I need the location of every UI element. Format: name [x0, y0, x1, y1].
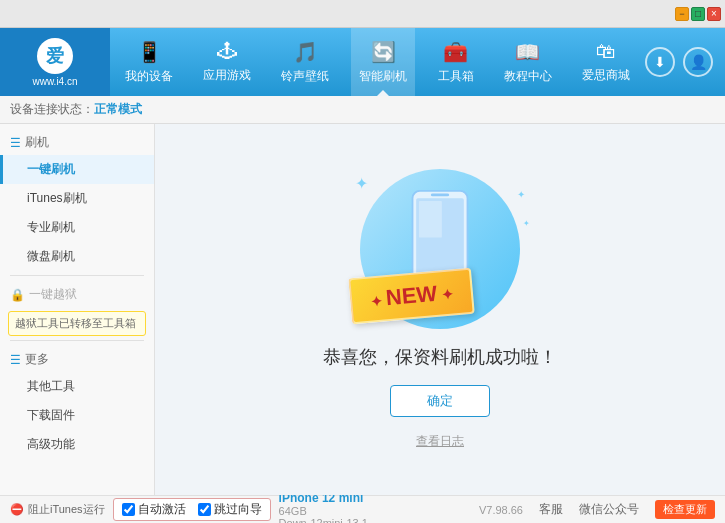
- jailbreak-section-label: 一键越狱: [29, 286, 77, 303]
- apps-games-label: 应用游戏: [203, 67, 251, 84]
- auto-restart-input[interactable]: [122, 503, 135, 516]
- ringtones-icon: 🎵: [293, 40, 318, 64]
- itunes-status-icon: ⛔: [10, 503, 24, 516]
- device-storage: 64GB: [279, 505, 368, 517]
- sidebar: ☰ 刷机 一键刷机 iTunes刷机 专业刷机 微盘刷机 🔒 一键越狱 越狱工具…: [0, 124, 155, 495]
- account-button[interactable]: 👤: [683, 47, 713, 77]
- confirm-button[interactable]: 确定: [390, 385, 490, 417]
- svg-rect-4: [419, 201, 442, 238]
- window-controls: － □ ×: [675, 7, 721, 21]
- my-device-label: 我的设备: [125, 68, 173, 85]
- sparkle-3: ✦: [523, 219, 530, 228]
- customer-service-link[interactable]: 客服: [539, 501, 563, 518]
- itunes-status-label: 阻止iTunes运行: [28, 502, 105, 517]
- close-button[interactable]: ×: [707, 7, 721, 21]
- store-icon: 🛍: [596, 40, 616, 63]
- footer-right: V7.98.66 客服 微信公众号 检查更新: [479, 500, 715, 519]
- other-tools-label: 其他工具: [27, 379, 75, 393]
- toolbox-label: 工具箱: [438, 68, 474, 85]
- nav-smart-flash[interactable]: 🔄 智能刷机: [351, 28, 415, 96]
- jailbreak-notice: 越狱工具已转移至工具箱: [8, 311, 146, 336]
- smart-flash-label: 智能刷机: [359, 68, 407, 85]
- sidebar-divider-1: [10, 275, 144, 276]
- pro-flash-label: 专业刷机: [27, 220, 75, 234]
- status-value: 正常模式: [94, 101, 142, 118]
- sidebar-item-other-tools[interactable]: 其他工具: [0, 372, 154, 401]
- tutorial-icon: 📖: [515, 40, 540, 64]
- logo-url: www.i4.cn: [32, 76, 77, 87]
- advanced-label: 高级功能: [27, 437, 75, 451]
- nav-apps-games[interactable]: 🕹 应用游戏: [195, 28, 259, 96]
- itunes-status[interactable]: ⛔ 阻止iTunes运行: [10, 502, 105, 517]
- sidebar-flash-header: ☰ 刷机: [0, 128, 154, 155]
- footer: ⛔ 阻止iTunes运行 自动激活 跳过向导 iPhone 12 mini 64…: [0, 495, 725, 523]
- nav-ringtones[interactable]: 🎵 铃声壁纸: [273, 28, 337, 96]
- sparkle-1: ✦: [355, 174, 368, 193]
- more-section-label: 更多: [25, 351, 49, 368]
- nav-toolbox[interactable]: 🧰 工具箱: [430, 28, 482, 96]
- maximize-button[interactable]: □: [691, 7, 705, 21]
- sidebar-jailbreak-header: 🔒 一键越狱: [0, 280, 154, 307]
- sidebar-item-advanced[interactable]: 高级功能: [0, 430, 154, 459]
- auto-restart-label: 自动激活: [138, 501, 186, 518]
- download-button[interactable]: ⬇: [645, 47, 675, 77]
- sidebar-item-pro-flash[interactable]: 专业刷机: [0, 213, 154, 242]
- status-prefix: 设备连接状态：: [10, 101, 94, 118]
- sidebar-item-one-click-flash[interactable]: 一键刷机: [0, 155, 154, 184]
- footer-left: ⛔ 阻止iTunes运行 自动激活 跳过向导 iPhone 12 mini 64…: [10, 491, 368, 524]
- view-log-link[interactable]: 查看日志: [416, 433, 464, 450]
- ringtones-label: 铃声壁纸: [281, 68, 329, 85]
- sidebar-divider-2: [10, 340, 144, 341]
- download-firmware-label: 下载固件: [27, 408, 75, 422]
- wechat-link[interactable]: 微信公众号: [579, 501, 639, 518]
- success-illustration: ✦ ✦ ✦ NEW 恭喜您，保资料刷机成功啦！ 确定 查看日志: [323, 169, 557, 450]
- skip-guide-input[interactable]: [198, 503, 211, 516]
- sidebar-more-header: ☰ 更多: [0, 345, 154, 372]
- content-area: ✦ ✦ ✦ NEW 恭喜您，保资料刷机成功啦！ 确定 查看日志: [155, 124, 725, 495]
- sidebar-item-itunes-flash[interactable]: iTunes刷机: [0, 184, 154, 213]
- tutorial-label: 教程中心: [504, 68, 552, 85]
- disk-flash-label: 微盘刷机: [27, 249, 75, 263]
- skip-guide-checkbox[interactable]: 跳过向导: [198, 501, 262, 518]
- my-device-icon: 📱: [137, 40, 162, 64]
- itunes-flash-label: iTunes刷机: [27, 191, 87, 205]
- minimize-button[interactable]: －: [675, 7, 689, 21]
- footer-device: iPhone 12 mini 64GB Down-12mini-13.1: [279, 491, 368, 524]
- nav-right-controls: ⬇ 👤: [645, 47, 725, 77]
- nav-tutorial[interactable]: 📖 教程中心: [496, 28, 560, 96]
- sidebar-item-download-firmware[interactable]: 下载固件: [0, 401, 154, 430]
- more-section-icon: ☰: [10, 353, 21, 367]
- skip-guide-label: 跳过向导: [214, 501, 262, 518]
- svg-rect-3: [431, 194, 449, 197]
- title-bar: － □ ×: [0, 0, 725, 28]
- version-text: V7.98.66: [479, 504, 523, 516]
- top-nav: 爱 www.i4.cn 📱 我的设备 🕹 应用游戏 🎵 铃声壁纸 🔄 智能刷机 …: [0, 28, 725, 96]
- sparkle-2: ✦: [517, 189, 525, 200]
- flash-section-label: 刷机: [25, 134, 49, 151]
- main-layout: ☰ 刷机 一键刷机 iTunes刷机 专业刷机 微盘刷机 🔒 一键越狱 越狱工具…: [0, 124, 725, 495]
- flash-section-icon: ☰: [10, 136, 21, 150]
- toolbox-icon: 🧰: [443, 40, 468, 64]
- nav-my-device[interactable]: 📱 我的设备: [117, 28, 181, 96]
- success-message: 恭喜您，保资料刷机成功啦！: [323, 345, 557, 369]
- checkbox-group: 自动激活 跳过向导: [113, 498, 271, 521]
- check-update-button[interactable]: 检查更新: [655, 500, 715, 519]
- store-label: 爱思商城: [582, 67, 630, 84]
- logo-icon: 爱: [37, 38, 73, 74]
- apps-games-icon: 🕹: [217, 40, 237, 63]
- nav-items: 📱 我的设备 🕹 应用游戏 🎵 铃声壁纸 🔄 智能刷机 🧰 工具箱 📖 教程中心…: [110, 28, 645, 96]
- one-click-flash-label: 一键刷机: [27, 162, 75, 176]
- smart-flash-icon: 🔄: [371, 40, 396, 64]
- auto-restart-checkbox[interactable]: 自动激活: [122, 501, 186, 518]
- phone-badge-container: ✦ ✦ ✦ NEW: [350, 169, 530, 329]
- status-bar: 设备连接状态： 正常模式: [0, 96, 725, 124]
- device-firmware: Down-12mini-13.1: [279, 517, 368, 524]
- nav-store[interactable]: 🛍 爱思商城: [574, 28, 638, 96]
- sidebar-item-disk-flash[interactable]: 微盘刷机: [0, 242, 154, 271]
- jailbreak-section-icon: 🔒: [10, 288, 25, 302]
- logo-area[interactable]: 爱 www.i4.cn: [0, 28, 110, 96]
